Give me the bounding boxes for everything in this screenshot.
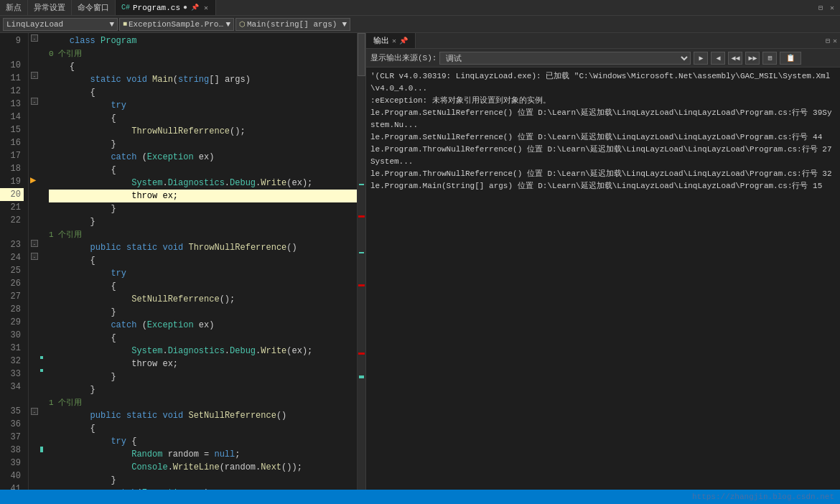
output-content[interactable]: '(CLR v4.0.30319: LinqLayzLoad.exe): 已加载…	[366, 67, 840, 490]
warning-marker-2	[359, 252, 364, 253]
auto-hide-button[interactable]: ⊟	[816, 3, 826, 13]
output-line-3: le.Program.SetNullReferrence() 位置 D:\Lea…	[370, 107, 836, 131]
code-line-21: }	[49, 202, 357, 215]
ln-24: 24	[0, 251, 24, 264]
output-line-5: le.Program.ThrowNullReferrence() 位置 D:\L…	[370, 144, 836, 168]
tab-xinpoint[interactable]: 新点	[0, 0, 28, 15]
class-dropdown[interactable]: ■ ExceptionSample.Progr... ▼	[119, 18, 234, 31]
execution-arrow: ▶	[30, 175, 36, 185]
code-content[interactable]: class Program 0 个引用 { static void Main(s…	[43, 33, 357, 490]
output-tab-x-icon: ✕	[392, 37, 396, 45]
code-line-28: }	[49, 306, 357, 319]
code-line-37: try {	[49, 435, 357, 448]
output-btn-3[interactable]: ◀◀	[728, 52, 742, 65]
file-dropdown[interactable]: LinqLayzLoad ▼	[3, 18, 118, 31]
scroll-indicator-2	[40, 369, 43, 372]
code-editor[interactable]: 9 10 11 12 13 14 15 16 17 18 19 20 21 22…	[0, 33, 365, 490]
tab-close-button[interactable]: ✕	[202, 3, 210, 13]
ln-20: 20	[0, 188, 24, 201]
class-dropdown-value: ExceptionSample.Progr...	[129, 20, 224, 29]
ln-29: 29	[0, 316, 24, 329]
output-source-select[interactable]: 调试	[439, 52, 691, 65]
collapse-btn-try3[interactable]: -	[31, 408, 38, 415]
output-btn-6[interactable]: 📋	[780, 52, 801, 65]
code-line-36: {	[49, 422, 357, 435]
ln-37: 37	[0, 431, 24, 444]
ln-27: 27	[0, 290, 24, 303]
output-minimize-btn[interactable]: ⊟	[826, 37, 830, 45]
code-line-27: SetNullReferrence();	[49, 293, 357, 306]
code-line-19: System.Diagnostics.Debug.Write(ex);	[49, 177, 357, 190]
main-layout: 9 10 11 12 13 14 15 16 17 18 19 20 21 22…	[0, 33, 840, 490]
ln-36: 36	[0, 418, 24, 431]
output-btn-5[interactable]: ⊞	[762, 52, 777, 65]
watermark-text: https://zhangjin.blog.csdn.net	[692, 493, 834, 501]
error-marker-3	[358, 353, 365, 355]
code-line-12: {	[49, 86, 357, 99]
method-dropdown[interactable]: ⬡ Main(string[] args) ▼	[235, 18, 350, 31]
editor-gutter: - - - ▶ - - -	[29, 33, 43, 490]
code-line-13: try	[49, 99, 357, 112]
ln-35: 35	[0, 405, 24, 418]
class-dropdown-arrow: ▼	[225, 20, 230, 29]
scroll-indicator-1	[40, 356, 43, 359]
output-btn-4[interactable]: ▶▶	[745, 52, 760, 65]
output-btn-2[interactable]: ◀	[711, 52, 725, 65]
code-line-30: {	[49, 332, 357, 345]
tab-program-cs[interactable]: C# Program.cs ● 📌 ✕	[116, 0, 216, 15]
tab-command-window[interactable]: 命令窗口	[72, 0, 116, 15]
output-tab[interactable]: 输出 ✕ 📌	[366, 33, 416, 48]
code-line-33: }	[49, 370, 357, 383]
output-btn-1[interactable]: ▶	[694, 52, 708, 65]
tab-group: 新点 异常设置 命令窗口 C# Program.cs ● 📌 ✕	[0, 0, 216, 15]
code-line-24: {	[49, 254, 357, 267]
ln-21: 21	[0, 201, 24, 214]
ln-14: 14	[0, 111, 24, 123]
code-line-15: ThrowNullReferrence();	[49, 125, 357, 138]
code-line-17: catch (Exception ex)	[49, 151, 357, 164]
ref-info-1: 0 个引用	[49, 47, 357, 60]
code-line-31: System.Diagnostics.Debug.Write(ex);	[49, 345, 357, 358]
output-toolbar: 显示输出来源(S): 调试 ▶ ◀ ◀◀ ▶▶ ⊞ 📋	[366, 49, 840, 67]
code-line-11: static void Main(string[] args)	[49, 73, 357, 86]
ln-32: 32	[0, 355, 24, 368]
ln-26: 26	[0, 277, 24, 290]
ln-25: 25	[0, 264, 24, 277]
code-line-39: Console.WriteLine(random.Next());	[49, 461, 357, 474]
ln-12: 12	[0, 85, 24, 98]
ln-17: 17	[0, 149, 24, 162]
ln-13: 13	[0, 98, 24, 111]
code-line-20: throw ex;	[49, 190, 357, 202]
output-line-7: le.Program.Main(String[] args) 位置 D:\Lea…	[370, 180, 836, 192]
collapse-btn-try1[interactable]: -	[31, 98, 38, 105]
warning-marker-3	[359, 375, 364, 378]
code-line-35: public static void SetNullReferrence()	[49, 409, 357, 422]
output-close-btn[interactable]: ✕	[833, 37, 837, 45]
output-tab-pin-icon: 📌	[399, 37, 408, 45]
file-dropdown-value: LinqLayzLoad	[6, 20, 108, 29]
scroll-bar-indicator[interactable]	[357, 33, 365, 490]
error-marker-1	[358, 215, 365, 218]
ln-39: 39	[0, 457, 24, 470]
close-panel-button[interactable]: ✕	[827, 3, 837, 13]
editor-panel: 9 10 11 12 13 14 15 16 17 18 19 20 21 22…	[0, 33, 366, 490]
ln-23: 23	[0, 238, 24, 251]
collapse-btn-thrownull[interactable]: -	[31, 240, 38, 247]
error-marker-2	[358, 284, 365, 286]
ln-41: 41	[0, 482, 24, 490]
collapse-btn-main[interactable]: -	[31, 72, 38, 79]
warning-marker-1	[359, 184, 364, 185]
code-line-32: throw ex;	[49, 358, 357, 370]
scroll-indicator-3	[40, 447, 43, 452]
code-line-29: catch (Exception ex)	[49, 319, 357, 332]
collapse-btn-class[interactable]: -	[31, 34, 38, 42]
output-line-2: :eException: 未将对象引用设置到对象的实例。	[370, 95, 836, 107]
output-line-6: le.Program.ThrowNullReferrence() 位置 D:\L…	[370, 168, 836, 180]
tab-pin-icon: 📌	[190, 4, 200, 11]
collapse-btn-try2[interactable]: -	[31, 253, 38, 260]
tab-exception-settings[interactable]: 异常设置	[28, 0, 72, 15]
output-panel: 输出 ✕ 📌 ⊟ ✕ 显示输出来源(S): 调试 ▶ ◀ ◀◀ ▶▶ ⊞ 📋 '…	[366, 33, 840, 490]
code-line-class: class Program	[49, 34, 357, 47]
code-line-26: {	[49, 280, 357, 293]
ln-16: 16	[0, 136, 24, 149]
